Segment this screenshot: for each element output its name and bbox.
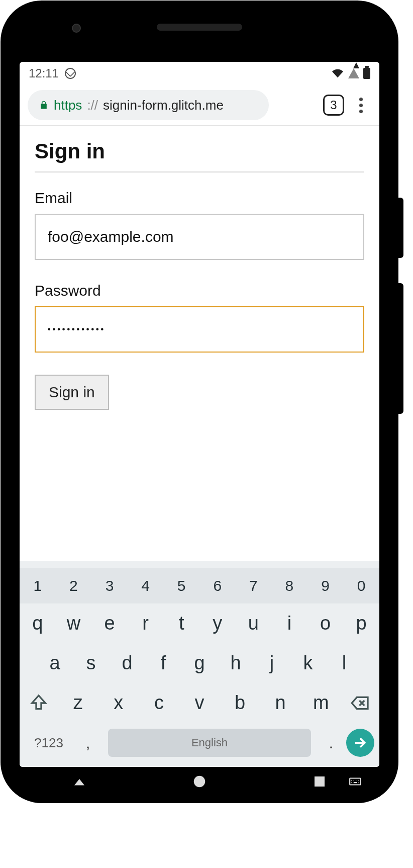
keyboard-row-1: qwertyuiop <box>20 603 379 643</box>
key-c[interactable]: c <box>139 692 179 714</box>
period-key[interactable]: . <box>316 734 346 752</box>
key-m[interactable]: m <box>300 692 341 714</box>
key-9[interactable]: 9 <box>307 568 344 603</box>
key-h[interactable]: h <box>218 652 254 674</box>
nav-back-button[interactable] <box>64 771 94 792</box>
sign-in-button[interactable]: Sign in <box>35 375 109 410</box>
do-not-disturb-icon <box>65 68 76 79</box>
backspace-key[interactable] <box>341 692 379 714</box>
nav-home-button[interactable] <box>184 771 215 792</box>
email-group: Email <box>35 190 364 260</box>
key-o[interactable]: o <box>307 613 344 634</box>
key-d[interactable]: d <box>109 652 145 674</box>
android-navbar <box>20 767 379 796</box>
status-time: 12:11 <box>29 66 59 80</box>
key-u[interactable]: u <box>236 613 272 634</box>
key-t[interactable]: t <box>163 613 199 634</box>
status-left: 12:11 <box>29 66 76 80</box>
key-g[interactable]: g <box>181 652 218 674</box>
key-w[interactable]: w <box>56 613 92 634</box>
key-v[interactable]: v <box>179 692 220 714</box>
cell-signal-icon <box>348 68 359 78</box>
keyboard-row-2: asdfghjkl <box>20 643 379 683</box>
status-bar: 12:11 <box>20 62 379 85</box>
tab-count: 3 <box>330 98 337 112</box>
key-f[interactable]: f <box>145 652 181 674</box>
svg-rect-1 <box>315 776 325 787</box>
email-label: Email <box>35 190 364 207</box>
key-l[interactable]: l <box>326 652 362 674</box>
key-z[interactable]: z <box>58 692 98 714</box>
key-8[interactable]: 8 <box>271 568 307 603</box>
key-1[interactable]: 1 <box>20 568 56 603</box>
nav-recents-button[interactable] <box>304 771 335 792</box>
password-label: Password <box>35 282 364 299</box>
password-group: Password •••••••••••• <box>35 282 364 353</box>
key-r[interactable]: r <box>128 613 164 634</box>
space-key[interactable]: English <box>108 729 311 757</box>
svg-point-0 <box>194 776 205 788</box>
key-7[interactable]: 7 <box>236 568 272 603</box>
symbols-key[interactable]: ?123 <box>25 735 73 751</box>
page-content: Sign in Email Password •••••••••••• Sign… <box>20 126 379 561</box>
wifi-icon <box>331 68 344 79</box>
page-title: Sign in <box>35 139 364 163</box>
browser-toolbar: https://signin-form.glitch.me 3 <box>20 85 379 126</box>
key-e[interactable]: e <box>91 613 128 634</box>
svg-rect-2 <box>350 778 361 785</box>
key-y[interactable]: y <box>199 613 236 634</box>
key-3[interactable]: 3 <box>91 568 128 603</box>
battery-icon <box>363 68 370 79</box>
title-divider <box>35 171 364 172</box>
lock-icon <box>39 99 49 111</box>
key-2[interactable]: 2 <box>56 568 92 603</box>
screen: 12:11 https://signin-form.glitch.me 3 <box>20 62 379 767</box>
phone-earpiece <box>157 24 242 31</box>
tab-switcher-button[interactable]: 3 <box>323 95 344 116</box>
url-host: signin-form.glitch.me <box>103 98 224 113</box>
overflow-menu-button[interactable] <box>350 95 371 116</box>
soft-keyboard: 1234567890 qwertyuiop asdfghjkl zxcvbnm … <box>20 561 379 767</box>
enter-key[interactable] <box>346 729 374 757</box>
key-4[interactable]: 4 <box>128 568 164 603</box>
phone-camera <box>72 24 81 33</box>
key-n[interactable]: n <box>260 692 301 714</box>
key-0[interactable]: 0 <box>343 568 379 603</box>
key-k[interactable]: k <box>290 652 326 674</box>
key-j[interactable]: j <box>254 652 290 674</box>
keyboard-util-row: ?123 , English . <box>20 723 379 767</box>
key-x[interactable]: x <box>98 692 139 714</box>
status-right <box>331 68 370 79</box>
password-field[interactable]: •••••••••••• <box>35 306 364 353</box>
keyboard-number-row: 1234567890 <box>20 568 379 603</box>
nav-keyboard-button[interactable] <box>340 771 370 792</box>
url-separator: :// <box>87 98 98 113</box>
key-q[interactable]: q <box>20 613 56 634</box>
key-6[interactable]: 6 <box>199 568 236 603</box>
key-a[interactable]: a <box>37 652 73 674</box>
key-b[interactable]: b <box>220 692 260 714</box>
comma-key[interactable]: , <box>73 734 103 752</box>
email-field[interactable] <box>35 214 364 260</box>
key-s[interactable]: s <box>73 652 109 674</box>
key-p[interactable]: p <box>343 613 379 634</box>
address-bar[interactable]: https://signin-form.glitch.me <box>28 90 269 120</box>
key-5[interactable]: 5 <box>163 568 199 603</box>
keyboard-row-3: zxcvbnm <box>20 683 379 723</box>
url-scheme: https <box>54 98 82 113</box>
key-i[interactable]: i <box>271 613 307 634</box>
phone-frame: 12:11 https://signin-form.glitch.me 3 <box>2 2 397 802</box>
shift-key[interactable] <box>20 692 58 714</box>
